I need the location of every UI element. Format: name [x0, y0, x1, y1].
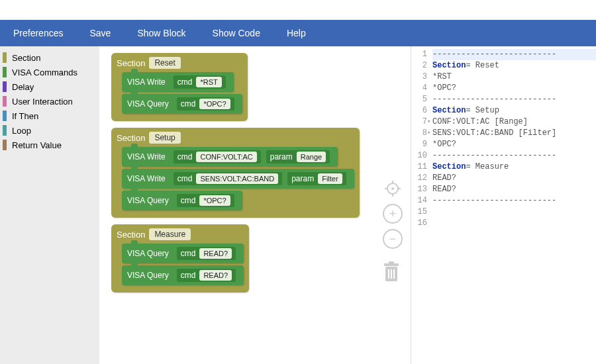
cmd-label: cmd	[181, 249, 196, 258]
toolbox-sidebar: SectionVISA CommandsDelayUser Interactio…	[0, 46, 99, 364]
cmd-label: cmd	[177, 77, 193, 87]
cmd-slot: cmdSENS:VOLT:AC:BAND	[174, 172, 282, 185]
section-block[interactable]: SectionSetupVISA WritecmdCONF:VOLT:ACpar…	[111, 128, 360, 218]
cmd-field[interactable]: *RST	[196, 77, 221, 87]
toolbox-item[interactable]: Delay	[0, 79, 99, 94]
code-pane: 12345678910111213141516 ----------------…	[411, 46, 596, 364]
command-block[interactable]: VISA Writecmd*RST	[122, 72, 234, 92]
command-block[interactable]: VISA QuerycmdREAD?	[122, 244, 244, 263]
category-swatch	[3, 140, 7, 150]
param-slot: paramFilter	[287, 172, 346, 185]
svg-rect-10	[391, 269, 392, 279]
cmd-slot: cmd*OPC?	[177, 97, 234, 111]
toolbox-label: If Then	[12, 111, 38, 121]
cmd-slot: cmdREAD?	[177, 247, 236, 260]
fold-marker-icon[interactable]: ▾	[427, 128, 430, 139]
cmd-field[interactable]: CONF:VOLT:AC	[196, 152, 256, 162]
cmd-field[interactable]: SENS:VOLT:AC:BAND	[196, 173, 278, 184]
toolbox-label: Section	[12, 53, 40, 63]
cmd-field[interactable]: READ?	[199, 270, 232, 281]
code-gutter: 12345678910111213141516	[411, 49, 430, 364]
svg-rect-11	[393, 269, 395, 279]
toolbox-item[interactable]: Loop	[0, 123, 99, 138]
main: SectionVISA CommandsDelayUser Interactio…	[0, 46, 596, 364]
section-keyword: Section	[117, 230, 145, 240]
cmd-label: cmd	[177, 174, 193, 183]
svg-point-1	[391, 187, 394, 190]
cmd-field[interactable]: READ?	[199, 248, 232, 259]
cmd-slot: cmd*RST	[174, 75, 226, 89]
toolbox-item[interactable]: Section	[0, 50, 99, 65]
command-block[interactable]: VISA QuerycmdREAD?	[122, 265, 244, 285]
toolbox-label: VISA Commands	[12, 68, 77, 77]
center-view-button[interactable]	[383, 179, 403, 199]
command-type: VISA Query	[127, 196, 169, 205]
toolbox-item[interactable]: User Interaction	[0, 94, 99, 109]
cmd-field[interactable]: *OPC?	[199, 195, 230, 206]
category-swatch	[3, 67, 7, 77]
fold-marker-icon[interactable]: ▾	[427, 116, 430, 128]
param-label: param	[291, 174, 314, 183]
zoom-out-button[interactable]: −	[383, 229, 403, 249]
toolbox-label: User Interaction	[12, 97, 73, 107]
cmd-label: cmd	[177, 152, 193, 161]
menu-show-block[interactable]: Show Block	[124, 24, 199, 42]
menubar: Preferences Save Show Block Show Code He…	[0, 20, 596, 46]
section-name-field[interactable]: Measure	[149, 228, 191, 240]
command-block[interactable]: VISA WritecmdCONF:VOLT:ACparamRange	[122, 147, 338, 167]
category-swatch	[3, 125, 7, 136]
section-keyword: Section	[117, 58, 145, 68]
command-type: VISA Query	[127, 271, 169, 280]
cmd-slot: cmdREAD?	[177, 269, 236, 282]
toolbox-label: Return Value	[12, 140, 62, 150]
cmd-label: cmd	[181, 196, 196, 205]
section-keyword: Section	[117, 133, 145, 143]
menu-preferences[interactable]: Preferences	[0, 24, 76, 42]
command-type: VISA Query	[127, 249, 169, 258]
toolbox-item[interactable]: VISA Commands	[0, 65, 99, 79]
section-block[interactable]: SectionResetVISA Writecmd*RSTVISA Queryc…	[111, 53, 248, 121]
cmd-field[interactable]: *OPC?	[199, 99, 230, 109]
window-top-gap	[0, 0, 596, 20]
command-type: VISA Write	[127, 174, 166, 183]
cmd-label: cmd	[181, 99, 196, 109]
param-field[interactable]: Range	[297, 152, 326, 162]
toolbox-label: Loop	[12, 126, 31, 136]
command-block[interactable]: VISA Querycmd*OPC?	[122, 191, 242, 210]
category-swatch	[3, 81, 7, 92]
toolbox-label: Delay	[12, 82, 34, 92]
menu-show-code[interactable]: Show Code	[199, 24, 273, 42]
cmd-slot: cmdCONF:VOLT:AC	[174, 150, 261, 163]
category-swatch	[3, 96, 7, 107]
block-canvas[interactable]: SectionResetVISA Writecmd*RSTVISA Queryc…	[99, 46, 411, 364]
toolbox-item[interactable]: If Then	[0, 109, 99, 123]
command-type: VISA Write	[127, 77, 166, 87]
svg-rect-8	[389, 261, 394, 264]
category-swatch	[3, 52, 7, 63]
param-label: param	[270, 152, 293, 161]
param-field[interactable]: Filter	[318, 173, 342, 184]
section-name-field[interactable]: Reset	[149, 57, 180, 69]
menu-help[interactable]: Help	[273, 24, 319, 42]
svg-rect-9	[388, 269, 389, 279]
cmd-label: cmd	[181, 271, 196, 280]
command-type: VISA Query	[127, 99, 169, 109]
category-swatch	[3, 111, 7, 121]
command-block[interactable]: VISA Querycmd*OPC?	[122, 94, 242, 114]
section-header: SectionReset	[117, 57, 242, 69]
zoom-in-button[interactable]: +	[383, 204, 403, 224]
section-header: SectionMeasure	[117, 228, 244, 240]
section-block[interactable]: SectionMeasureVISA QuerycmdREAD?VISA Que…	[111, 224, 249, 293]
command-type: VISA Write	[127, 152, 166, 161]
trash-button[interactable]	[381, 260, 401, 285]
menu-save[interactable]: Save	[76, 24, 124, 42]
command-block[interactable]: VISA WritecmdSENS:VOLT:AC:BANDparamFilte…	[122, 169, 354, 189]
cmd-slot: cmd*OPC?	[177, 194, 234, 207]
code-lines: --------------------------Section= Reset…	[432, 49, 596, 229]
canvas-controls: + −	[383, 179, 403, 249]
section-header: SectionSetup	[117, 132, 354, 144]
toolbox-item[interactable]: Return Value	[0, 138, 99, 152]
param-slot: paramRange	[266, 150, 330, 163]
section-name-field[interactable]: Setup	[149, 132, 180, 144]
